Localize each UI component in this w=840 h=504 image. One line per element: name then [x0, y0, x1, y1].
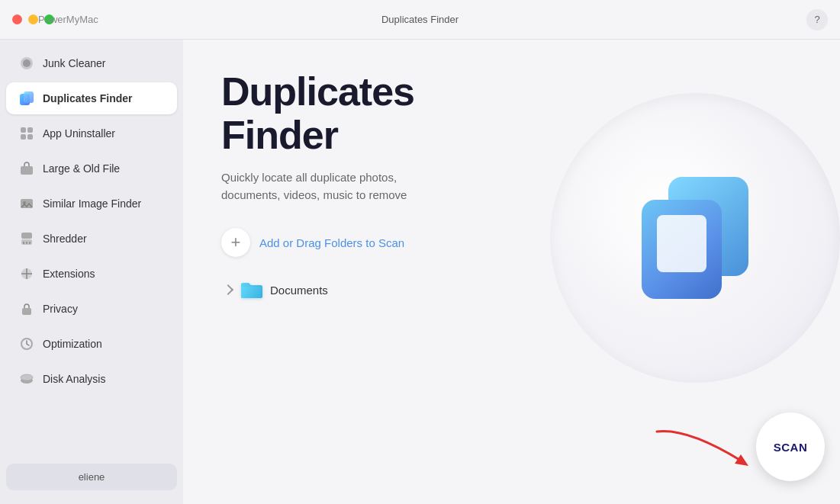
user-button[interactable]: eliene	[6, 464, 177, 490]
svg-rect-17	[22, 308, 31, 315]
sidebar-label-junk-cleaner: Junk Cleaner	[43, 57, 106, 69]
folder-icon	[240, 280, 262, 300]
scan-button[interactable]: SCAN	[756, 413, 825, 481]
svg-rect-5	[27, 127, 33, 133]
broom-icon	[18, 55, 35, 72]
svg-rect-11	[21, 233, 32, 239]
svg-rect-6	[21, 134, 26, 140]
apps-icon	[18, 125, 35, 142]
help-button[interactable]: ?	[806, 9, 828, 30]
scan-arrow-decoration	[649, 424, 756, 470]
sidebar-footer: eliene	[0, 456, 183, 498]
sidebar: Junk Cleaner	[0, 40, 183, 504]
svg-rect-3	[24, 91, 34, 103]
window-title: Duplicates Finder	[381, 14, 459, 25]
svg-point-1	[23, 59, 31, 67]
sidebar-item-disk-analysis[interactable]: Disk Analysis	[6, 363, 177, 395]
scan-area: SCAN	[649, 413, 825, 481]
sidebar-item-app-uninstaller[interactable]: App Uninstaller	[6, 117, 177, 149]
app-name: PowerMyMac	[38, 14, 98, 25]
big-circle	[550, 93, 840, 383]
page-subtitle: Quickly locate all duplicate photos, doc…	[221, 169, 420, 204]
sidebar-label-extensions: Extensions	[43, 268, 95, 280]
sidebar-item-similar-image-finder[interactable]: Similar Image Finder	[6, 188, 177, 220]
sidebar-item-optimization[interactable]: Optimization	[6, 328, 177, 360]
optimization-icon	[18, 335, 35, 352]
lock-icon	[18, 300, 35, 317]
sidebar-label-similar-image-finder: Similar Image Finder	[43, 197, 141, 210]
folder-expand-arrow	[223, 284, 233, 295]
minimize-button[interactable]	[28, 14, 38, 24]
sidebar-label-disk-analysis: Disk Analysis	[43, 373, 105, 385]
svg-rect-7	[27, 134, 33, 140]
svg-rect-8	[21, 166, 33, 175]
sidebar-item-shredder[interactable]: Shredder	[6, 223, 177, 255]
content-area: Duplicates Finder Quickly locate all dup…	[183, 40, 840, 504]
shredder-icon	[18, 230, 35, 247]
sidebar-label-privacy: Privacy	[43, 303, 78, 315]
main-layout: Junk Cleaner	[0, 40, 840, 504]
close-button[interactable]	[12, 14, 22, 24]
sidebar-label-large-old-file: Large & Old File	[43, 162, 120, 175]
extensions-icon	[18, 265, 35, 282]
folder-name: Documents	[270, 284, 328, 297]
add-folder-label: Add or Drag Folders to Scan	[259, 236, 404, 249]
sidebar-label-duplicates-finder: Duplicates Finder	[43, 92, 132, 104]
sidebar-label-shredder: Shredder	[43, 233, 87, 245]
sidebar-item-extensions[interactable]: Extensions	[6, 258, 177, 290]
svg-point-21	[21, 374, 33, 380]
svg-rect-4	[21, 127, 26, 133]
sidebar-item-privacy[interactable]: Privacy	[6, 293, 177, 325]
disk-icon	[18, 371, 35, 387]
svg-marker-25	[735, 454, 748, 466]
briefcase-icon	[18, 160, 35, 177]
sidebar-label-app-uninstaller: App Uninstaller	[43, 127, 115, 140]
add-circle-icon[interactable]: +	[221, 228, 250, 257]
sidebar-label-optimization: Optimization	[43, 338, 102, 350]
duplicate-icon	[18, 90, 35, 107]
sidebar-item-large-old-file[interactable]: Large & Old File	[6, 152, 177, 185]
titlebar: PowerMyMac Duplicates Finder ?	[0, 0, 840, 40]
svg-rect-24	[657, 215, 706, 272]
image-icon	[18, 195, 35, 212]
sidebar-item-duplicates-finder[interactable]: Duplicates Finder	[6, 82, 177, 114]
sidebar-item-junk-cleaner[interactable]: Junk Cleaner	[6, 47, 177, 79]
illustration-area	[535, 55, 840, 421]
